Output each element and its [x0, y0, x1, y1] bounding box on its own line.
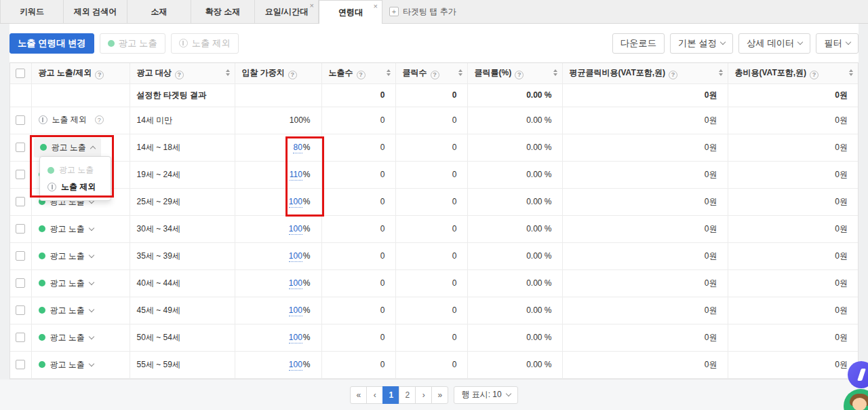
metric-cell-ctr: 0.00 %	[467, 83, 562, 107]
col-total-cost[interactable]: 총비용(VAT포함,원)	[728, 63, 858, 83]
col-target[interactable]: 광고 대상	[130, 63, 235, 83]
target-cell: 25세 ~ 29세	[130, 188, 235, 215]
page-button-2[interactable]: 2	[399, 386, 416, 404]
next-page-button[interactable]: ›	[415, 386, 432, 404]
expose-ads-button[interactable]: 광고 노출	[100, 33, 165, 54]
close-tab-icon[interactable]: ×	[374, 3, 378, 10]
tab-age-group[interactable]: 연령대×	[319, 0, 382, 24]
download-button[interactable]: 다운로드	[612, 33, 665, 54]
chevron-down-icon	[505, 391, 511, 396]
target-cell: 40세 ~ 44세	[130, 269, 235, 297]
row-checkbox[interactable]	[16, 143, 25, 152]
dropdown-item-exclude[interactable]: 노출 제외	[40, 179, 111, 195]
filter-dropdown[interactable]: 필터	[816, 33, 859, 54]
metric-cell-ctr: 0.00 %	[467, 242, 562, 269]
dropdown-item-expose[interactable]: 광고 노출	[40, 162, 111, 179]
status-dropdown-trigger[interactable]: 광고 노출	[34, 138, 101, 157]
detail-data-dropdown[interactable]: 상세 데이터	[738, 33, 810, 54]
metric-cell-clicks: 0	[395, 83, 467, 107]
bid-weight-link[interactable]: 100%	[289, 197, 311, 206]
first-page-button[interactable]: «	[350, 386, 367, 404]
bid-weight-link[interactable]: 110%	[290, 170, 311, 179]
row-checkbox[interactable]	[16, 278, 25, 288]
bid-weight-link[interactable]: 100%	[289, 360, 311, 369]
help-icon	[95, 71, 104, 79]
status-dropdown-trigger[interactable]: 광고 노출	[39, 332, 94, 343]
status-dropdown-trigger[interactable]: 광고 노출	[39, 278, 94, 289]
metric-cell-avg_click_cost: 0원	[562, 297, 728, 324]
status-excluded[interactable]: 노출 제외	[39, 114, 104, 126]
metric-cell-ctr: 0.00 %	[467, 324, 562, 351]
tab-keyword[interactable]: 키워드	[0, 0, 64, 23]
tab-negative-keyword[interactable]: 제외 검색어	[64, 0, 127, 23]
status-dropdown-trigger[interactable]: 광고 노출	[39, 223, 94, 235]
row-checkbox[interactable]	[16, 251, 25, 261]
col-impressions[interactable]: 노출수	[321, 63, 395, 83]
green-status-dot-icon	[40, 144, 47, 151]
metric-cell-clicks: 0	[395, 297, 467, 324]
table-row: 광고 노출45세 ~ 49세100%000.00 %0원0원	[10, 297, 858, 324]
toolbar-right: 다운로드 기본 설정 상세 데이터 필터	[612, 33, 859, 54]
status-dropdown-trigger[interactable]: 광고 노출	[39, 305, 94, 316]
tab-creative[interactable]: 소재	[127, 0, 191, 23]
bid-weight-link[interactable]: 100%	[289, 251, 311, 261]
toolbar: 노출 연령대 변경 광고 노출 노출 제외 다운로드 기본 설정 상세 데이터	[9, 24, 859, 62]
green-status-dot-icon	[39, 225, 45, 232]
plus-icon: +	[389, 7, 399, 16]
bid-weight-link[interactable]: 100%	[289, 224, 311, 234]
metric-cell-ctr: 0.00 %	[467, 107, 562, 134]
rows-per-page-dropdown[interactable]: 행 표시: 10	[454, 386, 517, 404]
brand-logo-icon	[857, 369, 866, 381]
tab-extended-creative[interactable]: 확장 소재	[191, 0, 255, 23]
status-dropdown-trigger[interactable]: 광고 노출	[39, 250, 94, 262]
row-checkbox[interactable]	[16, 333, 25, 342]
metric-cell-avg_click_cost: 0원	[562, 83, 728, 107]
sort-icon[interactable]	[387, 69, 391, 76]
metric-cell-avg_click_cost: 0원	[562, 269, 728, 297]
add-targeting-tab-button[interactable]: + 타겟팅 탭 추가	[382, 0, 463, 23]
metric-cell-clicks: 0	[395, 351, 467, 378]
bid-weight-link[interactable]: 100%	[289, 305, 311, 315]
row-checkbox[interactable]	[16, 224, 25, 234]
col-avg-click-cost[interactable]: 평균클릭비용(VAT포함,원)	[562, 63, 728, 83]
tab-day-time[interactable]: 요일/시간대×	[255, 0, 319, 23]
green-status-dot-icon	[39, 253, 45, 259]
col-ctr[interactable]: 클릭률(%)	[467, 63, 562, 83]
metric-cell-impressions: 0	[321, 215, 395, 242]
row-checkbox[interactable]	[16, 305, 25, 315]
select-all-checkbox[interactable]	[16, 69, 25, 78]
exclude-exposure-button[interactable]: 노출 제외	[171, 33, 239, 54]
sort-icon[interactable]	[849, 69, 853, 76]
col-clicks[interactable]: 클릭수	[395, 63, 467, 83]
bid-weight-cell: 100%	[235, 297, 321, 324]
page-button-1[interactable]: 1	[382, 386, 399, 404]
metric-cell-impressions: 0	[321, 107, 395, 134]
change-age-exposure-button[interactable]: 노출 연령대 변경	[9, 33, 94, 54]
sort-icon[interactable]	[553, 69, 557, 76]
row-checkbox[interactable]	[16, 360, 25, 369]
close-tab-icon[interactable]: ×	[310, 2, 314, 10]
bid-weight-cell: 100%	[235, 107, 321, 134]
bid-weight-cell: 80%	[235, 134, 321, 161]
sort-icon[interactable]	[719, 69, 723, 76]
chevron-up-icon	[90, 145, 96, 151]
row-checkbox[interactable]	[16, 170, 25, 179]
metric-cell-avg_click_cost: 0원	[562, 161, 728, 188]
sort-icon[interactable]	[458, 69, 462, 76]
default-settings-dropdown[interactable]: 기본 설정	[670, 33, 733, 54]
row-checkbox[interactable]	[16, 115, 25, 125]
metric-cell-total_cost: 0원	[728, 269, 858, 297]
help-icon	[357, 71, 366, 79]
target-cell: 55세 ~ 59세	[130, 351, 235, 378]
status-dropdown-trigger[interactable]: 광고 노출	[39, 359, 94, 371]
last-page-button[interactable]: »	[431, 386, 448, 404]
table-row: 광고 노출55세 ~ 59세100%000.00 %0원0원	[10, 351, 858, 378]
bid-weight-link[interactable]: 100%	[289, 333, 311, 342]
row-checkbox[interactable]	[16, 197, 25, 206]
bid-weight-cell: 100%	[235, 324, 321, 351]
bid-weight-link[interactable]: 100%	[289, 278, 311, 288]
prev-page-button[interactable]: ‹	[366, 386, 383, 404]
sort-icon[interactable]	[226, 69, 230, 76]
metric-cell-impressions: 0	[321, 188, 395, 215]
bid-weight-link[interactable]: 80%	[293, 143, 310, 152]
